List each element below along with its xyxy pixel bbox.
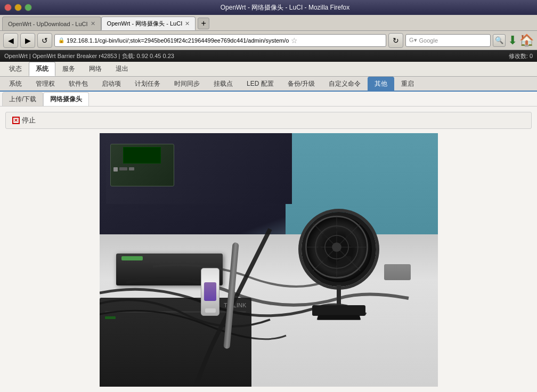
stop-icon: ✕ (12, 117, 20, 124)
search-submit-button[interactable]: 🔍 (493, 34, 506, 47)
forward-button[interactable]: ▶ (20, 33, 35, 48)
usb-stripe (204, 282, 216, 301)
browser-tabbar: OpenWrt - UpDownload - LuCI ✕ OpenWrt - … (0, 15, 537, 31)
camera-scene: TP-LINK (100, 133, 438, 387)
main-navigation: 状态 系统 服务 网络 退出 (0, 62, 537, 77)
usb-device (201, 268, 219, 316)
search-engine-label: G▾ (409, 37, 417, 44)
sub-nav-backup[interactable]: 备份/升级 (281, 77, 322, 91)
page-content: ✕ 停止 (0, 107, 537, 392)
stop-button[interactable]: ✕ 停止 (12, 116, 36, 125)
navbar: ◀ ▶ ↺ 🔒 192.168.1.1/cgi-bin/luci/;stok=2… (0, 31, 537, 50)
action-bar: ✕ 停止 (5, 112, 532, 129)
main-nav-system[interactable]: 系统 (29, 62, 55, 76)
camera-feed: TP-LINK (100, 133, 438, 387)
url-icon: 🔒 (58, 37, 64, 43)
minimize-button[interactable] (14, 4, 22, 11)
sub-nav-other[interactable]: 其他 (368, 77, 394, 91)
camera-container: TP-LINK (5, 133, 532, 387)
main-nav-services[interactable]: 服务 (55, 62, 82, 76)
fan-base (312, 305, 365, 316)
sub-nav-admin[interactable]: 管理权 (29, 77, 62, 91)
fan-guard (302, 212, 376, 287)
home-icon[interactable]: 🏠 (519, 34, 534, 47)
new-tab-button[interactable]: + (198, 18, 209, 29)
window-title: OpenWrt - 网络摄像头 - LuCI - Mozilla Firefox (37, 3, 533, 12)
tab-1-label: OpenWrt - UpDownload - LuCI (8, 21, 88, 27)
search-bar[interactable]: G▾ Google (405, 34, 491, 47)
main-content: 状态 系统 服务 网络 退出 系统 管理权 软件包 启动项 计划任务 (0, 62, 537, 392)
tab-2-label: OpenWrt - 网络摄像头 - LuCI (107, 20, 183, 28)
desk-fan (291, 209, 387, 316)
sub-nav-timesync[interactable]: 时间同步 (167, 77, 207, 91)
titlebar: OpenWrt - 网络摄像头 - LuCI - Mozilla Firefox (0, 0, 537, 15)
status-left: OpenWrt | OpenWrt Barrier Breaker r42853… (4, 52, 174, 60)
url-bar[interactable]: 🔒 192.168.1.1/cgi-bin/luci/;stok=2945be0… (54, 34, 386, 47)
maximize-button[interactable] (25, 4, 32, 11)
nav-reload-button[interactable]: ↻ (388, 33, 403, 48)
sub-nav-system[interactable]: 系统 (2, 77, 29, 91)
main-nav-logout[interactable]: 退出 (109, 62, 135, 76)
close-button[interactable] (4, 4, 12, 11)
sub-nav-mount[interactable]: 挂载点 (207, 77, 240, 91)
sub-navigation: 系统 管理权 软件包 启动项 计划任务 时间同步 挂载点 LED 配置 备份/升… (0, 77, 537, 92)
fan-stand (337, 285, 341, 306)
stop-label: 停止 (22, 116, 36, 125)
page-tabs: 上传/下载 网络摄像头 (0, 92, 537, 107)
window-controls[interactable] (4, 4, 32, 11)
back-button[interactable]: ◀ (3, 33, 18, 48)
sub-nav-packages[interactable]: 软件包 (62, 77, 95, 91)
status-right: 修改数: 0 (509, 52, 533, 60)
tab-2-close[interactable]: ✕ (185, 20, 190, 27)
sub-nav-startup[interactable]: 启动项 (95, 77, 128, 91)
refresh-button[interactable]: ↺ (37, 33, 52, 48)
sub-nav-crontab[interactable]: 计划任务 (128, 77, 167, 91)
sub-nav-led[interactable]: LED 配置 (240, 77, 281, 91)
download-icon[interactable]: ⬇ (508, 34, 517, 47)
pcb-board (110, 144, 174, 186)
sub-nav-reboot[interactable]: 重启 (394, 77, 421, 91)
search-placeholder: Google (419, 37, 487, 44)
browser-tab-1[interactable]: OpenWrt - UpDownload - LuCI ✕ (2, 17, 101, 30)
url-text: 192.168.1.1/cgi-bin/luci/;stok=2945be061… (67, 37, 289, 44)
sub-nav-custom[interactable]: 自定义命令 (322, 77, 368, 91)
main-nav-network[interactable]: 网络 (82, 62, 109, 76)
browser-tab-2[interactable]: OpenWrt - 网络摄像头 - LuCI ✕ (101, 17, 196, 30)
small-object (384, 264, 411, 280)
tab-1-close[interactable]: ✕ (91, 20, 95, 27)
page-tab-upload[interactable]: 上传/下载 (2, 92, 43, 106)
browser-statusbar: OpenWrt | OpenWrt Barrier Breaker r42853… (0, 50, 537, 62)
bookmark-star-icon[interactable]: ☆ (291, 36, 298, 45)
page-tab-camera[interactable]: 网络摄像头 (43, 92, 89, 106)
main-nav-status[interactable]: 状态 (2, 62, 29, 76)
